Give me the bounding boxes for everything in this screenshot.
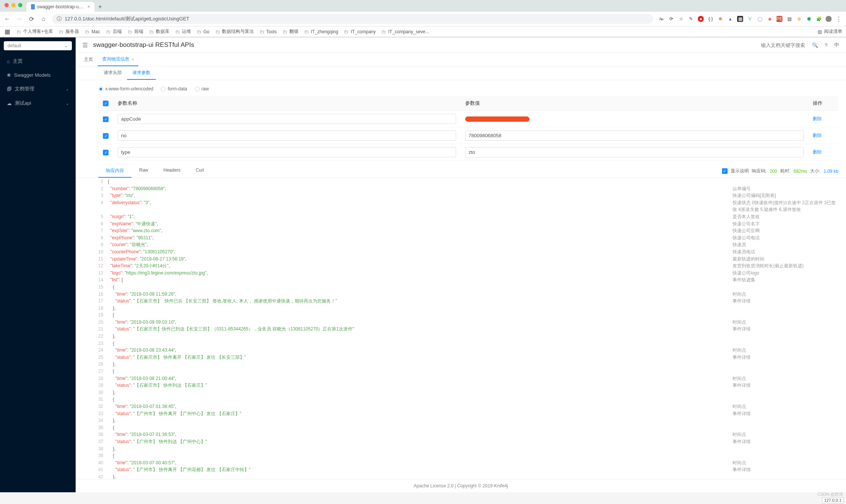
param-name-input[interactable] — [118, 130, 456, 141]
content-type-radio[interactable]: x-www-form-urlencoded — [98, 86, 153, 91]
bookmark-item[interactable]: 🗀个人博客+仓库 — [17, 28, 53, 35]
sidebar-item-label: 测试api — [15, 100, 31, 107]
extensions-puzzle-icon[interactable]: 🧩 — [816, 16, 822, 22]
window-maximize[interactable] — [18, 3, 22, 7]
bookmark-item[interactable]: 🗀IT_zhengqing — [304, 28, 338, 35]
bookmark-item[interactable]: 🗀IT_company — [344, 28, 376, 35]
ext-icon-3[interactable]: ✽ — [717, 16, 723, 22]
doc-search-input[interactable] — [748, 42, 805, 48]
ext-icon-9[interactable]: ▤ — [786, 16, 792, 22]
delete-row-button[interactable]: 删除 — [813, 116, 822, 121]
code-line: 29 "status": "【石家庄市】 快件到达 【石家庄】"事件详情 — [95, 382, 838, 389]
ext-icon-10[interactable]: ⊗ — [796, 16, 802, 22]
apps-icon[interactable]: ▦ — [4, 28, 11, 35]
ext-icon-7[interactable]: ◆ — [767, 16, 773, 22]
window-close[interactable] — [5, 3, 9, 7]
code-line: 7 "expSite": "www.zto.com",快递公司官网 — [95, 227, 838, 234]
bookmark-item[interactable]: 🗀后端 — [106, 28, 122, 35]
page-tab[interactable]: 主页 — [79, 53, 98, 66]
window-minimize[interactable] — [11, 3, 16, 7]
nav-forward-icon[interactable]: → — [16, 16, 23, 22]
ext-icon-6[interactable]: ◯ — [757, 16, 763, 22]
param-row: ✓删除 — [98, 111, 838, 127]
search-icon[interactable]: 🔍 — [812, 42, 818, 48]
site-info-icon[interactable]: ⓘ — [57, 16, 62, 22]
response-tab[interactable]: Headers — [156, 164, 188, 178]
response-tab[interactable]: 响应内容 — [98, 164, 132, 178]
sidebar-toggle-icon[interactable]: ☰ — [82, 42, 88, 49]
ext-icon-adblock[interactable]: ● — [698, 16, 704, 22]
tab-close-icon[interactable]: × — [132, 57, 134, 62]
bookmark-item[interactable]: 🗀Tools — [260, 28, 277, 35]
browser-menu-icon[interactable]: ⋮ — [835, 16, 842, 23]
api-group-selector[interactable]: default ⌄ — [4, 41, 72, 50]
bookmark-item[interactable]: 🗀翻墙 — [283, 28, 298, 35]
response-tab[interactable]: Curl — [188, 164, 211, 178]
sidebar-item-label: 文档管理 — [15, 85, 34, 92]
param-checkbox[interactable]: ✓ — [103, 116, 109, 122]
folder-icon: 🗀 — [283, 29, 287, 34]
code-line: 14 "list": [事件轨迹集 — [95, 276, 838, 284]
param-checkbox[interactable]: ✓ — [103, 150, 109, 155]
tab-close-icon[interactable]: × — [87, 4, 90, 9]
ext-icon-8[interactable]: PE — [776, 16, 782, 22]
response-tab[interactable]: Raw — [132, 164, 156, 178]
param-checkbox[interactable]: ✓ — [103, 133, 109, 139]
check-all[interactable]: ✓ — [103, 101, 109, 106]
browser-tab[interactable]: swagger-bootstrap-ui RESTful... × — [26, 2, 95, 12]
page-tab[interactable]: 查询物流信息× — [98, 53, 138, 66]
response-time-value: 682ms — [793, 169, 807, 174]
bookmark-item[interactable]: 🗀数据结构与算法 — [216, 28, 254, 35]
bookmark-item[interactable]: 🗀数据库 — [149, 28, 169, 35]
ext-icon-4[interactable]: ▲ — [727, 16, 733, 22]
response-code-label: 响应码: — [752, 168, 767, 174]
url-bar[interactable]: ⓘ 127.0.0.1/doc.html#/default/测试api/getL… — [52, 14, 653, 24]
show-description-checkbox[interactable]: ✓ — [722, 168, 728, 174]
bookmark-item[interactable]: 🗀运维 — [175, 28, 191, 35]
sub-tab[interactable]: 请求头部 — [98, 67, 127, 80]
ext-icon-vue[interactable]: V — [747, 16, 753, 22]
folder-icon: 🗀 — [197, 29, 202, 34]
bookmark-item[interactable]: 🗀Mac — [85, 28, 100, 35]
content-type-radio[interactable]: raw — [195, 86, 209, 91]
nav-home-icon[interactable]: ⌂ — [40, 16, 47, 22]
nav-back-icon[interactable]: ← — [4, 16, 11, 22]
param-name-input[interactable] — [118, 114, 456, 124]
ext-icon-2[interactable]: {·} — [708, 16, 714, 22]
bookmark-item[interactable]: 🗀IT_company_seve... — [382, 28, 429, 35]
param-row: ✓删除 — [98, 127, 838, 144]
content-type-radio[interactable]: form-data — [161, 86, 187, 91]
param-value-input[interactable] — [465, 130, 804, 141]
sidebar-item[interactable]: ⌂主页 — [0, 54, 76, 68]
show-description-label: 显示说明 — [731, 168, 749, 174]
share-icon[interactable]: ⟳ — [668, 16, 674, 22]
translate-icon[interactable]: 🗛 — [658, 16, 664, 22]
response-json-viewer[interactable]: 1{2 "number": "780098068058",运单编号3 "type… — [76, 178, 846, 479]
help-icon[interactable]: ? — [825, 42, 827, 48]
delete-row-button[interactable]: 删除 — [813, 133, 822, 138]
delete-row-button[interactable]: 删除 — [813, 149, 822, 155]
ext-icon-11[interactable]: ⬢ — [806, 16, 812, 22]
sidebar-item[interactable]: ☁测试api⌄ — [0, 96, 76, 110]
bookmark-item[interactable]: 🗀服务器 — [59, 28, 79, 35]
sub-tab[interactable]: 请求参数 — [127, 67, 156, 80]
param-name-input[interactable] — [118, 147, 456, 157]
new-tab-button[interactable]: + — [98, 3, 102, 10]
nav-reload-icon[interactable]: ⟳ — [28, 16, 35, 23]
bookmark-item[interactable]: 🗀Go — [197, 28, 210, 35]
code-line: 10 "courierPhone": "13081105270",快递员电话 — [95, 248, 838, 256]
star-icon[interactable]: ☆ — [678, 16, 684, 22]
param-value-input[interactable] — [465, 116, 529, 122]
code-line: 35 { — [95, 424, 838, 431]
chevron-down-icon: ⌄ — [66, 101, 69, 105]
tab-label: 主页 — [84, 56, 93, 63]
sidebar-item[interactable]: ❀Swagger Models — [0, 68, 76, 82]
sidebar-item[interactable]: 🗐文档管理⌄ — [0, 82, 76, 96]
bookmark-item[interactable]: 🗀前端 — [128, 28, 143, 35]
lang-toggle[interactable]: 中 — [834, 42, 839, 48]
param-value-input[interactable] — [465, 147, 804, 157]
reading-list-button[interactable]: 阅读清单 — [824, 28, 842, 35]
profile-avatar[interactable] — [826, 16, 832, 22]
ext-icon-5[interactable]: ▦ — [737, 16, 743, 22]
ext-icon-1[interactable]: ✎ — [688, 16, 694, 22]
